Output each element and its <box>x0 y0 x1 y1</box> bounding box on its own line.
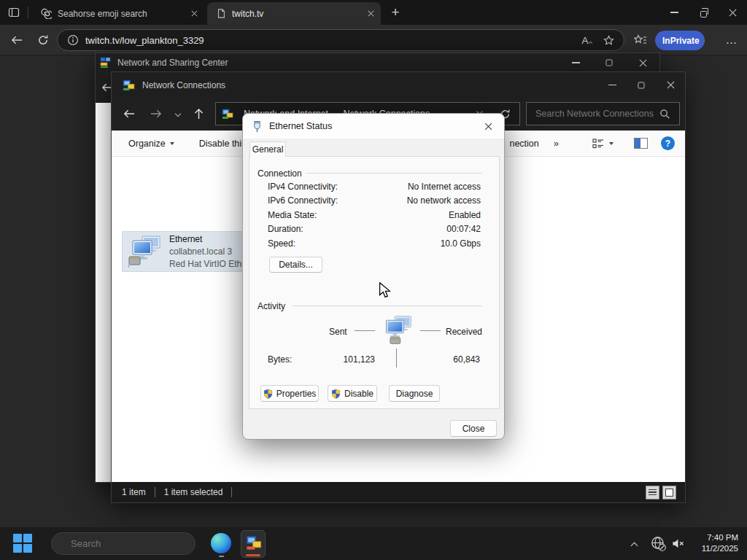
browser-refresh-button[interactable] <box>34 31 53 50</box>
icons-view-button[interactable] <box>662 486 676 499</box>
browser-minimize-button[interactable] <box>659 0 689 25</box>
nc-minimize-button[interactable] <box>597 72 627 98</box>
minimize-icon <box>670 12 678 12</box>
connection-network: collabnet.local 3 <box>169 246 249 257</box>
tab-title: twitch.tv <box>232 9 363 19</box>
mouse-cursor <box>379 282 392 299</box>
dialog-close-icon[interactable] <box>484 122 492 130</box>
bytes-divider <box>396 349 397 368</box>
nc-recent-pages-chevron-icon[interactable] <box>175 111 181 117</box>
address-bar[interactable]: twitch.tv/low_plankton_3329 A <box>57 29 624 51</box>
tab-seahorse[interactable]: Seahorse emoji search <box>32 2 204 25</box>
browser-close-button[interactable] <box>718 0 747 25</box>
browser-back-button[interactable] <box>7 31 26 50</box>
activity-computer-icon <box>381 315 414 346</box>
tab-twitch[interactable]: twitch.tv <box>207 2 381 25</box>
diagnose-button[interactable]: Diagnose <box>389 385 440 402</box>
nc-titlebar[interactable]: Network Connections <box>112 72 685 98</box>
ipv6-label: IPv6 Connectivity: <box>268 195 338 206</box>
statusbar-divider <box>155 487 155 497</box>
tab-actions-icon <box>8 7 20 18</box>
nsc-maximize-button[interactable] <box>592 53 626 72</box>
minimize-icon <box>572 62 580 63</box>
tray-overflow-chevron-icon[interactable] <box>631 542 638 550</box>
change-view-button[interactable] <box>592 138 614 149</box>
organize-menu-button[interactable]: Organize <box>128 139 174 149</box>
rj45-connector <box>128 257 140 268</box>
details-button[interactable]: Details... <box>269 257 322 273</box>
address-location-icon <box>222 108 233 120</box>
tab-close-icon[interactable] <box>191 10 198 17</box>
help-button[interactable]: ? <box>661 136 675 150</box>
browser-restore-button[interactable] <box>689 0 718 25</box>
profile-avatar[interactable] <box>703 33 705 49</box>
edge-logo-icon <box>211 533 231 553</box>
received-label: Received <box>446 327 482 337</box>
nc-statusbar: 1 item 1 item selected <box>112 482 685 502</box>
tray-time: 7:40 PM <box>689 532 738 543</box>
back-arrow-icon <box>11 35 23 45</box>
nc-search-box[interactable] <box>526 102 680 125</box>
activity-group-label: Activity <box>258 301 285 311</box>
desktop: Seahorse emoji search twitch.tv + twitch… <box>0 0 747 560</box>
nsc-minimize-button[interactable] <box>559 53 592 72</box>
start-button[interactable] <box>13 534 32 553</box>
inprivate-badge[interactable]: InPrivate <box>655 31 705 50</box>
ipv6-row: IPv6 Connectivity:No network access <box>268 195 481 206</box>
favorites-button[interactable] <box>630 31 651 50</box>
rename-connection-command-fragment[interactable]: nection <box>509 139 538 149</box>
nc-search-input[interactable] <box>527 109 659 119</box>
site-info-icon[interactable] <box>67 34 79 46</box>
favorites-star-list-icon <box>634 34 647 46</box>
taskbar-edge-button[interactable] <box>209 532 233 557</box>
close-button[interactable]: Close <box>450 420 497 437</box>
details-view-button[interactable] <box>646 486 659 499</box>
nsc-titlebar[interactable]: Network and Sharing Center <box>96 53 659 72</box>
speed-value: 10.0 Gbps <box>441 238 481 249</box>
media-state-label: Media State: <box>268 210 317 220</box>
nc-close-button[interactable] <box>656 72 685 98</box>
nsc-close-button[interactable] <box>626 53 659 72</box>
bytes-label: Bytes: <box>268 354 292 365</box>
nc-maximize-button[interactable] <box>627 72 656 98</box>
nc-forward-button[interactable] <box>150 109 162 119</box>
tab-actions-menu-button[interactable] <box>6 5 22 20</box>
tab-general[interactable]: General <box>249 141 286 157</box>
ipv4-value: No Internet access <box>408 182 481 192</box>
bytes-received-value: 60,843 <box>438 354 480 365</box>
media-state-value: Enabled <box>449 210 481 220</box>
ipv6-value: No network access <box>407 195 481 206</box>
commandbar-overflow-icon[interactable]: » <box>554 138 559 149</box>
dialog-titlebar[interactable]: Ethernet Status <box>243 114 504 139</box>
refresh-icon <box>37 34 49 46</box>
new-tab-button[interactable]: + <box>387 4 404 21</box>
search-icon[interactable] <box>659 109 670 120</box>
disable-button[interactable]: Disable <box>328 385 377 402</box>
properties-button[interactable]: Properties <box>260 385 319 402</box>
bytes-sent-value: 101,123 <box>331 354 375 365</box>
general-tab-page <box>249 156 500 409</box>
browser-settings-menu-button[interactable]: … <box>722 31 741 50</box>
tab-close-icon[interactable] <box>368 10 374 17</box>
taskbar-search-box[interactable] <box>51 532 196 555</box>
tray-clock[interactable]: 7:40 PM 11/2/2025 <box>689 532 738 554</box>
nc-back-button[interactable] <box>123 109 136 119</box>
browser-tab-strip: Seahorse emoji search twitch.tv + <box>0 0 747 25</box>
nc-up-button[interactable] <box>193 108 204 120</box>
media-state-row: Media State:Enabled <box>268 210 481 220</box>
uac-shield-icon <box>331 389 341 399</box>
read-aloud-button[interactable]: A <box>574 35 596 46</box>
add-favorite-button[interactable] <box>596 35 621 46</box>
ethernet-adapter-icon <box>127 235 163 268</box>
item-count: 1 item <box>122 487 146 497</box>
preview-pane-button[interactable] <box>634 138 648 149</box>
tab-title: Seahorse emoji search <box>58 9 186 19</box>
speaker-muted-icon[interactable] <box>671 537 685 550</box>
selected-count: 1 item selected <box>164 487 223 497</box>
maximize-icon <box>638 82 645 88</box>
network-no-internet-icon[interactable] <box>651 536 666 551</box>
taskbar-search-input[interactable] <box>63 538 199 549</box>
duration-label: Duration: <box>268 224 303 234</box>
edge-running-indicator <box>219 556 224 558</box>
taskbar-network-connections-button[interactable] <box>241 530 266 558</box>
